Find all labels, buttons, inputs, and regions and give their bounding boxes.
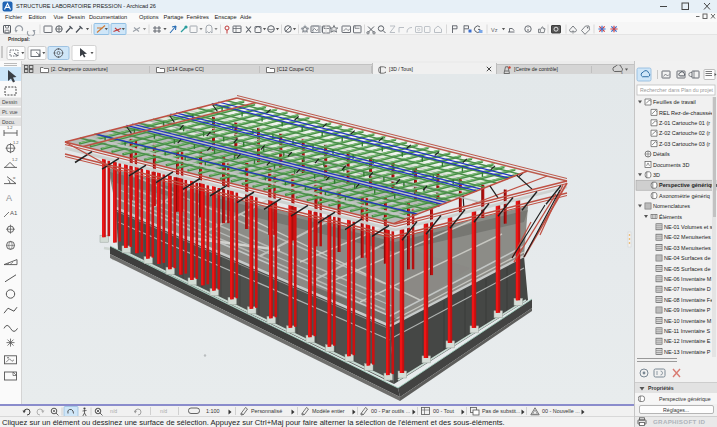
svg-text:1.2: 1.2 xyxy=(7,125,13,130)
svg-text:A1: A1 xyxy=(10,210,18,216)
svg-text:Dessin: Dessin xyxy=(2,99,18,105)
svg-text:NE-11 Inventaire S: NE-11 Inventaire S xyxy=(664,328,710,334)
svg-text:Perspective générique: Perspective générique xyxy=(659,182,717,188)
svg-text:Vz: Vz xyxy=(491,26,498,32)
svg-text:REL Rez-de-chaussée: REL Rez-de-chaussée xyxy=(659,110,714,116)
svg-text:NE-13 Inventaire P: NE-13 Inventaire P xyxy=(664,349,711,355)
svg-text:Éléments: Éléments xyxy=(659,214,682,220)
svg-text:NE-06 Inventaire M: NE-06 Inventaire M xyxy=(664,276,712,282)
svg-text:NE-02 Menuiseries: NE-02 Menuiseries xyxy=(664,234,711,240)
svg-text:NE-04 Surfaces de: NE-04 Surfaces de xyxy=(664,255,710,261)
svg-text:NE-01 Volumes et s: NE-01 Volumes et s xyxy=(664,224,713,230)
svg-text:Docu.: Docu. xyxy=(2,119,15,125)
svg-text:NE-03 Menuiseries: NE-03 Menuiseries xyxy=(664,245,711,251)
svg-text:Z-03 Cartouche 03 (r: Z-03 Cartouche 03 (r xyxy=(659,141,710,147)
svg-text:α: α xyxy=(13,175,16,180)
svg-text:1.2: 1.2 xyxy=(13,140,19,145)
svg-text:Axonométrie génériq: Axonométrie génériq xyxy=(659,193,710,199)
svg-text:NE-05 Surfaces de: NE-05 Surfaces de xyxy=(664,266,710,272)
svg-text:NE-09 Inventaire P: NE-09 Inventaire P xyxy=(664,307,711,313)
svg-text:Nomenclatures: Nomenclatures xyxy=(653,203,690,209)
svg-text:NE-12 Inventaire E: NE-12 Inventaire E xyxy=(664,338,711,344)
svg-text:Documents 3D: Documents 3D xyxy=(653,162,689,168)
svg-text:A: A xyxy=(6,193,12,203)
svg-text:Feuilles de travail: Feuilles de travail xyxy=(653,99,696,105)
svg-text:Rechercher dans Plan du projet: Rechercher dans Plan du projet xyxy=(640,87,714,93)
svg-text:NE-10 Inventaire M: NE-10 Inventaire M xyxy=(664,318,712,324)
svg-text:Pt. vue: Pt. vue xyxy=(2,109,18,115)
svg-text:Z-02 Cartouche 02 (r: Z-02 Cartouche 02 (r xyxy=(659,130,710,136)
svg-text:Z-01 Cartouche 01 (r: Z-01 Cartouche 01 (r xyxy=(659,120,710,126)
svg-text:1.2: 1.2 xyxy=(12,157,18,162)
svg-text:NE-07 Inventaire D: NE-07 Inventaire D xyxy=(664,286,711,292)
svg-text:3D: 3D xyxy=(653,172,660,178)
svg-text:NE-08 Inventaire Fe: NE-08 Inventaire Fe xyxy=(664,297,713,303)
svg-text:Détails: Détails xyxy=(653,151,670,157)
